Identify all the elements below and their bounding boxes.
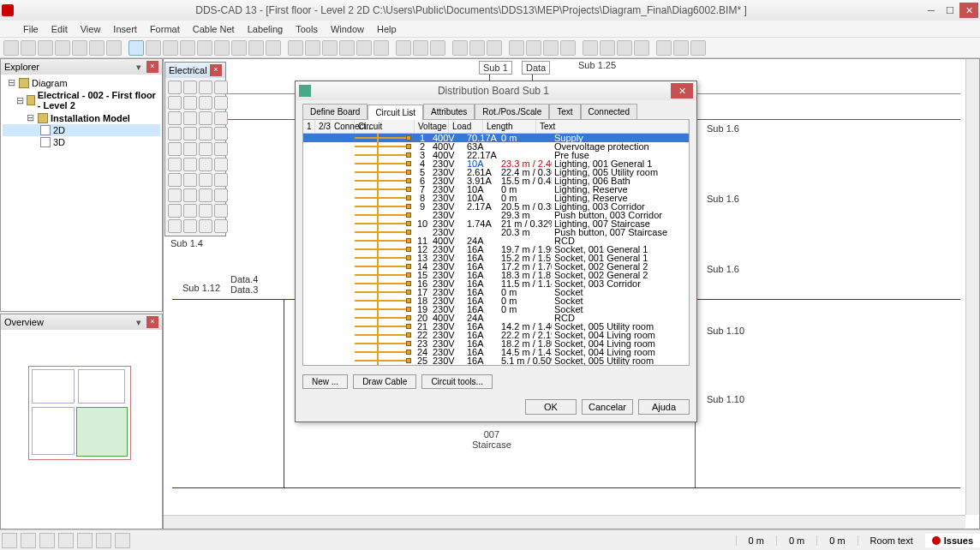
palette-tool[interactable] bbox=[168, 96, 182, 110]
toolbar-button[interactable] bbox=[356, 40, 372, 56]
toolbar-button[interactable] bbox=[634, 40, 649, 56]
toolbar-button[interactable] bbox=[197, 40, 212, 56]
toolbar-button[interactable] bbox=[373, 40, 389, 56]
circuit-tools-button[interactable]: Circuit tools... bbox=[421, 374, 493, 389]
menu-tools[interactable]: Tools bbox=[290, 22, 324, 36]
status-button[interactable] bbox=[58, 533, 74, 548]
toolbar-button[interactable] bbox=[288, 40, 303, 56]
toolbar-button[interactable] bbox=[583, 40, 598, 56]
dialog-tab[interactable]: Attributes bbox=[423, 104, 475, 119]
toolbar-button[interactable] bbox=[673, 40, 689, 56]
palette-tool[interactable] bbox=[199, 96, 212, 110]
toolbar-button[interactable] bbox=[560, 40, 576, 56]
toolbar-button[interactable] bbox=[690, 40, 706, 56]
toolbar-button[interactable] bbox=[509, 40, 524, 56]
palette-tool[interactable] bbox=[168, 204, 182, 218]
toolbar-button[interactable] bbox=[3, 40, 19, 56]
palette-tool[interactable] bbox=[214, 142, 228, 156]
palette-tool[interactable] bbox=[214, 173, 228, 187]
dialog-tab[interactable]: Rot./Pos./Scale bbox=[475, 104, 549, 119]
dialog-tab[interactable]: Circuit List bbox=[368, 105, 423, 120]
circuit-table[interactable]: 1400V70.17A0 mSupply2400V63AOvervoltage … bbox=[303, 134, 689, 365]
palette-tool[interactable] bbox=[168, 188, 182, 202]
vertical-scrollbar[interactable] bbox=[965, 59, 979, 515]
pin-icon[interactable]: ▾ bbox=[133, 317, 145, 328]
dialog-tab[interactable]: Connected bbox=[581, 104, 637, 119]
palette-tool[interactable] bbox=[183, 188, 197, 202]
toolbar-button[interactable] bbox=[452, 40, 468, 56]
draw-cable-button[interactable]: Draw Cable bbox=[353, 374, 416, 389]
palette-tool[interactable] bbox=[183, 158, 197, 171]
toolbar-button[interactable] bbox=[430, 40, 445, 56]
palette-tool[interactable] bbox=[183, 142, 197, 156]
toolbar-button[interactable] bbox=[106, 40, 122, 56]
palette-tool[interactable] bbox=[214, 81, 228, 94]
menu-window[interactable]: Window bbox=[325, 22, 370, 36]
toolbar-button[interactable] bbox=[146, 40, 161, 56]
status-button[interactable] bbox=[2, 533, 17, 548]
status-button[interactable] bbox=[96, 533, 111, 548]
horizontal-scrollbar[interactable] bbox=[164, 515, 965, 529]
ok-button[interactable]: OK bbox=[525, 399, 577, 415]
help-button[interactable]: Ajuda bbox=[638, 399, 690, 415]
status-button[interactable] bbox=[39, 533, 55, 548]
dialog-tab[interactable]: Define Board bbox=[302, 104, 368, 119]
toolbar-button[interactable] bbox=[526, 40, 541, 56]
palette-tool[interactable] bbox=[199, 173, 212, 187]
toolbar-button[interactable] bbox=[38, 40, 53, 56]
menu-help[interactable]: Help bbox=[371, 22, 403, 36]
menu-file[interactable]: File bbox=[17, 22, 45, 36]
palette-tool[interactable] bbox=[199, 111, 212, 125]
palette-tool[interactable] bbox=[214, 219, 228, 233]
palette-tool[interactable] bbox=[199, 81, 212, 94]
toolbar-button[interactable] bbox=[305, 40, 320, 56]
menu-cable-net[interactable]: Cable Net bbox=[187, 22, 241, 36]
palette-tool[interactable] bbox=[168, 111, 182, 125]
toolbar-button[interactable] bbox=[339, 40, 355, 56]
pin-icon[interactable]: ▾ bbox=[133, 62, 145, 73]
palette-tool[interactable] bbox=[183, 96, 197, 110]
toolbar-button[interactable] bbox=[180, 40, 195, 56]
palette-tool[interactable] bbox=[199, 127, 212, 140]
palette-tool[interactable] bbox=[214, 96, 228, 110]
toolbar-button[interactable] bbox=[55, 40, 70, 56]
close-panel-icon[interactable]: × bbox=[146, 316, 158, 328]
palette-tool[interactable] bbox=[199, 142, 212, 156]
toolbar-button[interactable] bbox=[266, 40, 281, 56]
toolbar-button[interactable] bbox=[214, 40, 230, 56]
palette-tool[interactable] bbox=[168, 142, 182, 156]
palette-tool[interactable] bbox=[168, 127, 182, 140]
minimize-button[interactable]: ─ bbox=[922, 3, 941, 18]
palette-tool[interactable] bbox=[199, 219, 212, 233]
toolbar-button[interactable] bbox=[656, 40, 672, 56]
palette-tool[interactable] bbox=[183, 173, 197, 187]
palette-tool[interactable] bbox=[199, 204, 212, 218]
palette-tool[interactable] bbox=[183, 81, 197, 94]
close-button[interactable]: ✕ bbox=[959, 3, 978, 18]
palette-tool[interactable] bbox=[199, 158, 212, 171]
toolbar-button[interactable] bbox=[322, 40, 338, 56]
table-row[interactable]: 25230V16A5.1 m / 0.50%Socket, 005 Utilit… bbox=[303, 356, 689, 365]
maximize-button[interactable]: ☐ bbox=[941, 3, 959, 18]
status-button[interactable] bbox=[115, 533, 130, 548]
toolbar-button[interactable] bbox=[600, 40, 615, 56]
palette-tool[interactable] bbox=[214, 204, 228, 218]
new-button[interactable]: New ... bbox=[302, 374, 348, 389]
toolbar-button[interactable] bbox=[89, 40, 105, 56]
toolbar-button[interactable] bbox=[413, 40, 428, 56]
palette-tool[interactable] bbox=[183, 111, 197, 125]
dialog-close-button[interactable]: ✕ bbox=[671, 83, 693, 99]
issues-indicator[interactable]: Issues bbox=[925, 534, 980, 547]
menu-insert[interactable]: Insert bbox=[107, 22, 143, 36]
palette-tool[interactable] bbox=[199, 188, 212, 202]
close-panel-icon[interactable]: × bbox=[146, 61, 158, 73]
explorer-tree[interactable]: ⊟Diagram ⊟Electrical - 002 - First floor… bbox=[1, 75, 162, 311]
toolbar-button[interactable] bbox=[469, 40, 485, 56]
toolbar-button[interactable] bbox=[231, 40, 247, 56]
toolbar-button[interactable] bbox=[21, 40, 36, 56]
palette-tool[interactable] bbox=[168, 173, 182, 187]
palette-tool[interactable] bbox=[214, 127, 228, 140]
toolbar-button[interactable] bbox=[248, 40, 264, 56]
palette-tool[interactable] bbox=[168, 81, 182, 94]
menu-labeling[interactable]: Labeling bbox=[242, 22, 290, 36]
